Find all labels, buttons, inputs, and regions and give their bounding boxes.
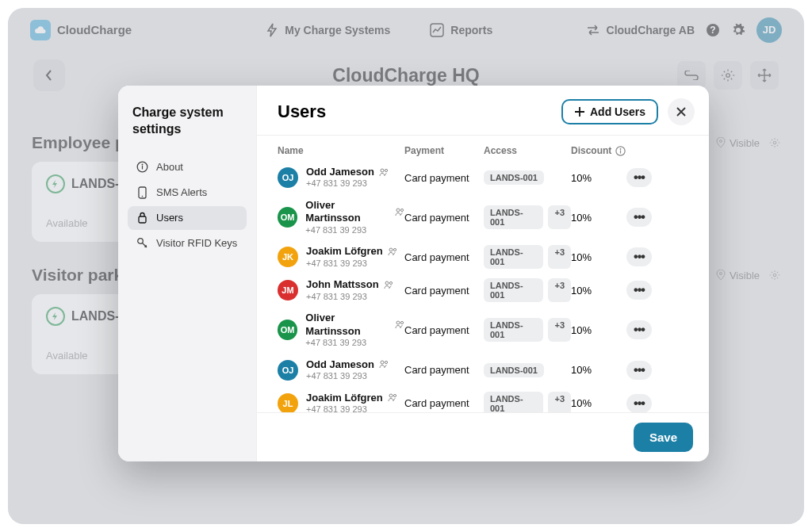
user-name: Odd Jameson [306, 358, 374, 371]
col-payment: Payment [404, 145, 484, 156]
sidebar-item-label: SMS Alerts [156, 186, 207, 198]
table-row: OJOdd Jameson+47 831 39 293Card paymentL… [278, 354, 695, 387]
key-icon [136, 237, 148, 250]
svg-point-33 [393, 395, 396, 397]
user-name: Oliver Martinsson [305, 312, 390, 338]
table-row: OMOliver Martinsson+47 831 39 293Card pa… [278, 194, 695, 240]
user-phone: +47 831 39 293 [306, 258, 397, 270]
col-name: Name [278, 145, 404, 156]
svg-point-28 [396, 321, 400, 324]
access-extra: +3 [548, 318, 571, 342]
payment: Card payment [404, 397, 484, 409]
discount: 10% [571, 397, 626, 409]
svg-point-14 [141, 195, 143, 197]
svg-point-24 [389, 248, 393, 251]
avatar: JM [278, 280, 298, 300]
svg-rect-19 [620, 150, 621, 153]
access-tag: LANDS-001 [484, 245, 543, 269]
close-button[interactable] [668, 98, 695, 125]
plus-icon [574, 106, 585, 117]
svg-point-11 [141, 164, 143, 166]
payment: Card payment [404, 364, 484, 376]
modal-title: Users [278, 101, 561, 122]
avatar: JK [278, 247, 298, 267]
info-icon [136, 161, 148, 174]
add-users-button[interactable]: Add Users [561, 99, 658, 124]
user-phone: +47 831 39 293 [305, 338, 404, 349]
more-button[interactable]: ••• [626, 281, 652, 300]
more-button[interactable]: ••• [626, 168, 652, 187]
col-discount: Discount [571, 145, 626, 156]
svg-point-20 [381, 169, 384, 172]
more-button[interactable]: ••• [626, 208, 652, 227]
more-button[interactable]: ••• [626, 320, 652, 339]
user-name: John Mattsson [306, 278, 379, 291]
svg-point-30 [381, 361, 384, 364]
sidebar-item-sms-alerts[interactable]: SMS Alerts [128, 181, 247, 205]
access-tag: LANDS-001 [484, 363, 544, 377]
sidebar-item-users[interactable]: Users [128, 206, 247, 230]
svg-point-18 [620, 148, 622, 150]
svg-point-27 [389, 281, 392, 284]
discount: 10% [571, 324, 626, 336]
svg-rect-12 [141, 166, 142, 170]
access-extra: +3 [548, 245, 571, 269]
sidebar-item-about[interactable]: About [128, 155, 247, 179]
payment: Card payment [404, 212, 484, 224]
table-row: JKJoakim Löfgren+47 831 39 293Card payme… [278, 240, 695, 274]
avatar: OJ [278, 167, 298, 188]
user-phone: +47 831 39 293 [306, 371, 389, 382]
avatar: OM [278, 207, 297, 228]
modal-sidebar: Charge system settings AboutSMS AlertsUs… [118, 86, 257, 461]
table-header: Name Payment Access Discount [278, 142, 695, 161]
info-icon[interactable] [615, 146, 626, 156]
sidebar-item-visitor-rfid-keys[interactable]: Visitor RFID Keys [128, 232, 247, 255]
more-button[interactable]: ••• [626, 361, 652, 380]
svg-point-25 [393, 248, 396, 251]
avatar: OM [278, 320, 297, 340]
sidebar-item-label: About [156, 161, 183, 173]
user-phone: +47 831 39 293 [306, 178, 389, 189]
more-button[interactable]: ••• [626, 394, 652, 413]
svg-point-29 [400, 321, 403, 323]
users-table: Name Payment Access Discount OJOdd James… [257, 136, 709, 412]
table-row: JMJohn Mattsson+47 831 39 293Card paymen… [278, 274, 695, 307]
people-icon [395, 320, 404, 329]
modal-header: Users Add Users [257, 86, 709, 136]
table-row: OMOliver Martinsson+47 831 39 293Card pa… [278, 307, 695, 353]
user-name: Oliver Martinsson [305, 199, 390, 225]
modal-sidebar-title: Charge system settings [132, 105, 242, 138]
avatar: JL [278, 393, 298, 413]
people-icon [388, 393, 397, 402]
access-tag: LANDS-001 [484, 170, 544, 185]
svg-point-31 [385, 362, 387, 364]
user-name: Joakim Löfgren [306, 392, 383, 404]
discount: 10% [571, 364, 626, 376]
payment: Card payment [404, 251, 484, 263]
access-extra: +3 [548, 205, 571, 229]
lock-icon [136, 212, 148, 224]
close-icon [676, 106, 687, 117]
avatar: OJ [278, 360, 298, 381]
svg-point-21 [385, 169, 387, 171]
save-button[interactable]: Save [634, 423, 693, 452]
payment: Card payment [404, 285, 484, 297]
discount: 10% [571, 212, 626, 224]
sidebar-item-label: Visitor RFID Keys [156, 237, 237, 249]
more-button[interactable]: ••• [626, 247, 652, 266]
sidebar-item-label: Users [156, 212, 183, 224]
svg-rect-15 [139, 216, 146, 223]
col-access: Access [484, 145, 571, 156]
people-icon [395, 208, 404, 216]
access-extra: +3 [548, 392, 571, 413]
people-icon [388, 247, 397, 256]
svg-point-26 [385, 281, 389, 285]
user-phone: +47 831 39 293 [306, 404, 397, 412]
settings-modal: Charge system settings AboutSMS AlertsUs… [118, 86, 709, 461]
user-name: Joakim Löfgren [306, 245, 383, 258]
table-row: OJOdd Jameson+47 831 39 293Card paymentL… [278, 161, 695, 194]
user-phone: +47 831 39 293 [305, 225, 404, 236]
discount: 10% [571, 251, 626, 263]
user-phone: +47 831 39 293 [306, 292, 393, 303]
svg-point-16 [137, 239, 143, 244]
